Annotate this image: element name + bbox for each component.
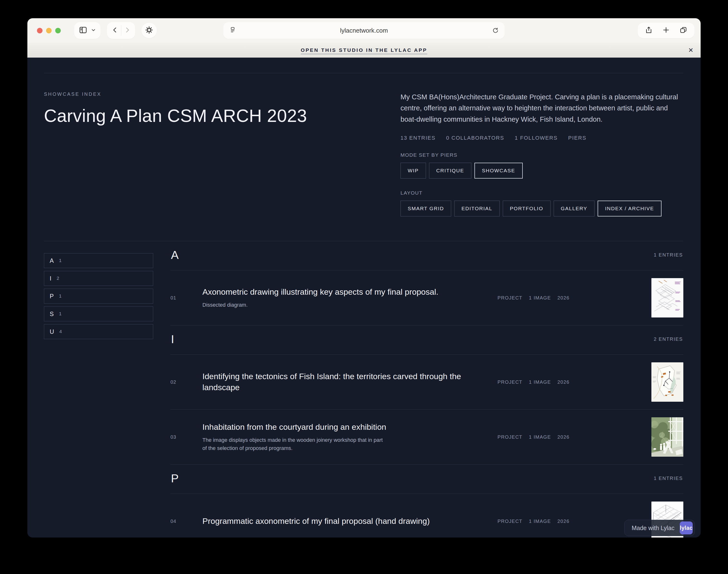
- mode-button-showcase[interactable]: SHOWCASE: [474, 163, 523, 178]
- made-with-lylac-badge[interactable]: Made with Lylac lylac: [624, 520, 695, 536]
- minimize-window-button[interactable]: [46, 28, 52, 33]
- layout-button-smart-grid[interactable]: SMART GRID: [400, 201, 451, 216]
- entry-thumbnail[interactable]: [651, 417, 683, 457]
- mode-button-critique[interactable]: CRITIQUE: [429, 163, 471, 178]
- sidebar-toggle-button[interactable]: [74, 22, 101, 39]
- mode-button-wip[interactable]: WIP: [400, 163, 426, 178]
- mode-label: MODE SET BY PIERS: [400, 152, 683, 158]
- header-left: SHOWCASE INDEX Carving A Plan CSM ARCH 2…: [44, 91, 400, 228]
- stat-item-1-followers: 1 FOLLOWERS: [515, 135, 558, 141]
- entry-meta-item-2026: 2026: [557, 295, 570, 301]
- entry-meta-item-2026: 2026: [557, 519, 570, 524]
- tabs-icon[interactable]: [680, 26, 687, 35]
- reader-icon[interactable]: [229, 27, 236, 35]
- entry-meta-item-project: PROJECT: [498, 379, 523, 385]
- stat-item-13-entries: 13 ENTRIES: [400, 135, 435, 141]
- section-header-a: A1 ENTRIES: [170, 241, 683, 270]
- entry-meta-item-project: PROJECT: [498, 519, 523, 524]
- eyebrow-label: SHOWCASE INDEX: [44, 91, 400, 97]
- index-body: A1I2P1S1U4 A1 ENTRIES01Axonometric drawi…: [44, 241, 683, 537]
- browser-window: lylacnetwork.com: [27, 18, 701, 537]
- browser-toolbar: lylacnetwork.com: [27, 18, 701, 43]
- layout-button-editorial[interactable]: EDITORIAL: [454, 201, 499, 216]
- sidebar-letter-u[interactable]: U4: [44, 324, 153, 339]
- share-icon[interactable]: [645, 26, 653, 35]
- stat-item-0-collaborators: 0 COLLABORATORS: [446, 135, 504, 141]
- letter-label: P: [50, 293, 54, 300]
- entry-title-block: Inhabitation from the courtyard during a…: [202, 422, 498, 452]
- nav-divider: [121, 25, 121, 36]
- entry-row-03[interactable]: 03Inhabitation from the courtyard during…: [170, 409, 683, 464]
- sidebar-letter-a[interactable]: A1: [44, 253, 153, 268]
- entry-meta-item-2026: 2026: [557, 379, 570, 385]
- back-icon[interactable]: [111, 27, 119, 35]
- entry-row-01[interactable]: 01Axonometric drawing illustrating key a…: [170, 270, 683, 325]
- index-sections: A1 ENTRIES01Axonometric drawing illustra…: [170, 241, 683, 537]
- address-bar[interactable]: lylacnetwork.com: [223, 22, 505, 39]
- entry-number: 01: [170, 295, 202, 301]
- section-entries-count: 2 ENTRIES: [654, 336, 683, 342]
- entry-meta-item-1-image: 1 IMAGE: [529, 295, 551, 301]
- entry-meta: PROJECT1 IMAGE2026: [498, 434, 651, 440]
- mode-buttons: WIPCRITIQUESHOWCASE: [400, 163, 683, 178]
- open-in-app-banner: OPEN THIS STUDIO IN THE LYLAC APP ✕: [27, 43, 701, 57]
- letter-count: 2: [57, 276, 59, 281]
- studio-stats: 13 ENTRIES0 COLLABORATORS1 FOLLOWERSPIER…: [400, 135, 683, 141]
- entry-meta-item-2026: 2026: [557, 434, 570, 440]
- entry-meta-item-1-image: 1 IMAGE: [529, 379, 551, 385]
- entry-meta: PROJECT1 IMAGE2026: [498, 379, 651, 385]
- page-title: Carving A Plan CSM ARCH 2023: [44, 103, 354, 128]
- sidebar-letter-i[interactable]: I2: [44, 271, 153, 286]
- entry-subtitle: Dissected diagram.: [202, 301, 385, 309]
- url-text[interactable]: lylacnetwork.com: [236, 27, 492, 34]
- close-window-button[interactable]: [37, 28, 42, 33]
- layout-buttons: SMART GRIDEDITORIALPORTFOLIOGALLERYINDEX…: [400, 201, 683, 216]
- entry-meta: PROJECT1 IMAGE2026: [498, 295, 651, 301]
- sidebar-icon: [79, 26, 87, 35]
- letter-count: 4: [59, 329, 62, 334]
- lylac-logo: lylac: [680, 522, 693, 534]
- layout-button-gallery[interactable]: GALLERY: [554, 201, 595, 216]
- entry-title-block: Programmatic axonometric of my final pro…: [202, 516, 498, 527]
- letter-count: 1: [59, 293, 62, 299]
- open-in-app-link[interactable]: OPEN THIS STUDIO IN THE LYLAC APP: [301, 47, 427, 53]
- history-nav: [107, 22, 135, 39]
- entry-number: 04: [170, 519, 202, 524]
- entry-row-02[interactable]: 02Identifying the tectonics of Fish Isla…: [170, 355, 683, 409]
- entry-title: Programmatic axonometric of my final pro…: [202, 516, 482, 527]
- forward-icon[interactable]: [124, 27, 131, 35]
- chevron-down-icon: [91, 27, 96, 34]
- section-letter: I: [171, 333, 174, 346]
- layout-label: LAYOUT: [400, 190, 683, 196]
- close-icon[interactable]: ✕: [688, 47, 693, 53]
- made-with-text: Made with Lylac: [632, 525, 675, 532]
- entry-number: 02: [170, 379, 202, 385]
- entry-thumbnail[interactable]: [651, 362, 683, 402]
- zoom-window-button[interactable]: [55, 28, 61, 33]
- entry-meta-item-1-image: 1 IMAGE: [529, 434, 551, 440]
- header-right: My CSM BA(Hons)Architecture Graduate Pro…: [400, 91, 683, 228]
- gear-icon: [145, 26, 154, 36]
- reload-icon[interactable]: [492, 27, 499, 35]
- letter-label: A: [50, 257, 54, 264]
- entry-title: Identifying the tectonics of Fish Island…: [202, 371, 482, 393]
- section-header-i: I2 ENTRIES: [170, 325, 683, 355]
- letter-label: U: [50, 328, 54, 335]
- sidebar-letter-p[interactable]: P1: [44, 289, 153, 303]
- entry-title-block: Axonometric drawing illustrating key asp…: [202, 287, 498, 309]
- entry-subtitle: The image displays objects made in the w…: [202, 436, 385, 452]
- letter-count: 1: [59, 311, 62, 317]
- studio-description: My CSM BA(Hons)Architecture Graduate Pro…: [400, 91, 683, 125]
- entry-number: 03: [170, 434, 202, 440]
- entry-thumbnail[interactable]: [651, 278, 683, 318]
- entry-meta-item-project: PROJECT: [498, 434, 523, 440]
- layout-button-index-archive[interactable]: INDEX / ARCHIVE: [598, 201, 661, 216]
- layout-button-portfolio[interactable]: PORTFOLIO: [503, 201, 550, 216]
- entry-row-04[interactable]: 04Programmatic axonometric of my final p…: [170, 494, 683, 537]
- stat-item-piers: PIERS: [568, 135, 586, 141]
- letter-filter-sidebar: A1I2P1S1U4: [44, 241, 153, 537]
- settings-button[interactable]: [142, 23, 157, 38]
- sidebar-letter-s[interactable]: S1: [44, 306, 153, 321]
- plus-icon[interactable]: [662, 26, 670, 35]
- entry-meta-item-1-image: 1 IMAGE: [529, 519, 551, 524]
